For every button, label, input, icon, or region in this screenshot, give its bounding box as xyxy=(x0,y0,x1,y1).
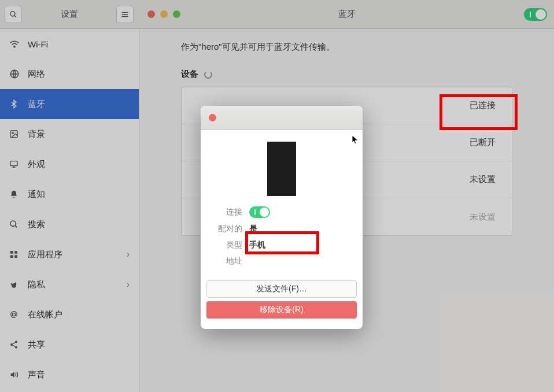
device-details-dialog: 连接 配对的 是 类型 手机 地址 发送文件(F)… 移除设备(R) xyxy=(201,106,363,329)
send-file-button[interactable]: 发送文件(F)… xyxy=(206,280,357,298)
paired-value: 是 xyxy=(249,224,257,234)
connect-label: 连接 xyxy=(211,207,242,217)
remove-device-button[interactable]: 移除设备(R) xyxy=(206,301,357,319)
send-file-label: 发送文件(F)… xyxy=(256,284,307,294)
paired-row: 配对的 是 xyxy=(211,224,352,234)
type-row: 类型 手机 xyxy=(211,240,352,250)
connect-toggle[interactable] xyxy=(249,206,270,218)
paired-label: 配对的 xyxy=(211,224,242,234)
dialog-header xyxy=(201,106,363,130)
address-row: 地址 xyxy=(211,256,352,267)
close-dialog-button[interactable] xyxy=(209,114,216,121)
address-label: 地址 xyxy=(211,256,242,267)
type-value: 手机 xyxy=(249,240,265,250)
connect-row: 连接 xyxy=(211,206,352,218)
type-label: 类型 xyxy=(211,240,242,250)
remove-device-label: 移除设备(R) xyxy=(260,305,303,315)
device-image xyxy=(267,142,296,196)
